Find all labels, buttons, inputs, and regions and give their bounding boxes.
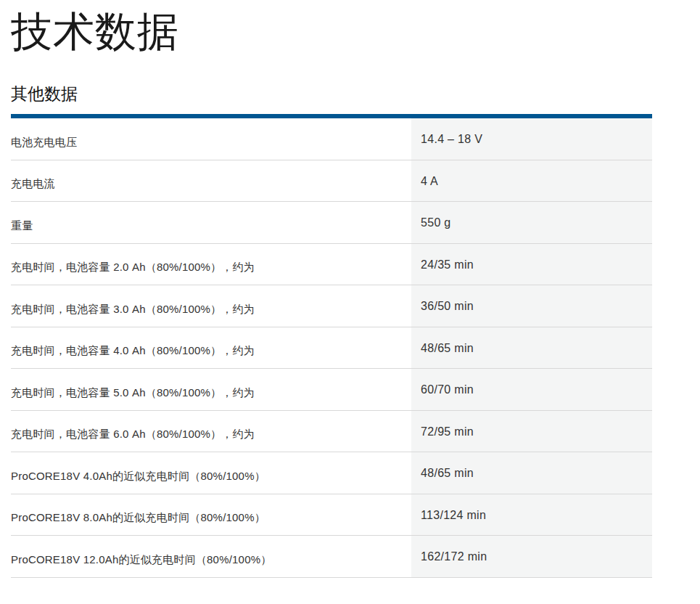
table-row: ProCORE18V 4.0Ah的近似充电时间（80%/100%） 48/65 … bbox=[11, 452, 652, 494]
spec-value: 60/70 min bbox=[421, 383, 474, 396]
spec-label: 充电时间，电池容量 4.0 Ah（80%/100%），约为 bbox=[11, 344, 255, 358]
spec-label-cell: 充电时间，电池容量 4.0 Ah（80%/100%），约为 bbox=[11, 327, 411, 369]
table-row: 充电时间，电池容量 6.0 Ah（80%/100%），约为 72/95 min bbox=[11, 411, 652, 453]
spec-value: 550 g bbox=[421, 216, 451, 229]
spec-label-cell: 充电时间，电池容量 5.0 Ah（80%/100%），约为 bbox=[11, 369, 411, 410]
spec-label-cell: ProCORE18V 12.0Ah的近似充电时间（80%/100%） bbox=[11, 536, 411, 577]
spec-label: 电池充电电压 bbox=[11, 136, 77, 150]
spec-value: 14.4 – 18 V bbox=[421, 133, 482, 145]
spec-label: 充电时间，电池容量 5.0 Ah（80%/100%），约为 bbox=[11, 386, 255, 400]
spec-value: 36/50 min bbox=[421, 300, 474, 312]
table-row: 充电时间，电池容量 3.0 Ah（80%/100%），约为 36/50 min bbox=[11, 285, 652, 327]
spec-label: 充电时间，电池容量 2.0 Ah（80%/100%），约为 bbox=[11, 261, 255, 274]
table-row: 重量 550 g bbox=[11, 202, 652, 244]
spec-value-cell: 550 g bbox=[411, 202, 652, 243]
spec-label-cell: 充电电流 bbox=[11, 160, 411, 202]
table-row: ProCORE18V 8.0Ah的近似充电时间（80%/100%） 113/12… bbox=[11, 494, 652, 536]
table-row: 电池充电电压 14.4 – 18 V bbox=[11, 118, 652, 160]
spec-label-cell: 电池充电电压 bbox=[11, 118, 411, 160]
spec-value-cell: 48/65 min bbox=[411, 452, 652, 494]
spec-value-cell: 36/50 min bbox=[411, 285, 652, 327]
spec-label-cell: 充电时间，电池容量 3.0 Ah（80%/100%），约为 bbox=[11, 285, 411, 327]
spec-value: 48/65 min bbox=[421, 467, 474, 479]
spec-label: 充电电流 bbox=[11, 177, 55, 191]
table-row: 充电时间，电池容量 5.0 Ah（80%/100%），约为 60/70 min bbox=[11, 369, 652, 411]
spec-value-cell: 14.4 – 18 V bbox=[411, 118, 652, 160]
spec-value-cell: 48/65 min bbox=[411, 327, 652, 369]
spec-value: 48/65 min bbox=[421, 342, 474, 354]
spec-value: 24/35 min bbox=[421, 258, 474, 271]
spec-value: 113/124 min bbox=[421, 509, 486, 521]
spec-value-cell: 72/95 min bbox=[411, 411, 652, 452]
table-row: 充电时间，电池容量 2.0 Ah（80%/100%），约为 24/35 min bbox=[11, 244, 652, 286]
section-title-other-data: 其他数据 bbox=[11, 83, 652, 105]
spec-value: 162/172 min bbox=[421, 550, 487, 563]
technical-data-page: 技术数据 其他数据 电池充电电压 14.4 – 18 V 充电电流 4 A 重量… bbox=[0, 0, 652, 578]
spec-label-cell: 充电时间，电池容量 2.0 Ah（80%/100%），约为 bbox=[11, 244, 411, 285]
spec-label: ProCORE18V 8.0Ah的近似充电时间（80%/100%） bbox=[11, 511, 265, 525]
spec-label: 充电时间，电池容量 3.0 Ah（80%/100%），约为 bbox=[11, 303, 255, 317]
spec-value-cell: 113/124 min bbox=[411, 494, 652, 536]
spec-label-cell: ProCORE18V 4.0Ah的近似充电时间（80%/100%） bbox=[11, 452, 411, 494]
spec-value-cell: 24/35 min bbox=[411, 244, 652, 285]
spec-label-cell: ProCORE18V 8.0Ah的近似充电时间（80%/100%） bbox=[11, 494, 411, 536]
spec-label: ProCORE18V 4.0Ah的近似充电时间（80%/100%） bbox=[11, 470, 265, 483]
spec-label: ProCORE18V 12.0Ah的近似充电时间（80%/100%） bbox=[11, 553, 271, 567]
table-row: ProCORE18V 12.0Ah的近似充电时间（80%/100%） 162/1… bbox=[11, 536, 652, 578]
spec-value-cell: 60/70 min bbox=[411, 369, 652, 410]
spec-label-cell: 重量 bbox=[11, 202, 411, 243]
spec-value: 72/95 min bbox=[421, 425, 474, 438]
spec-label-cell: 充电时间，电池容量 6.0 Ah（80%/100%），约为 bbox=[11, 411, 411, 452]
table-row: 充电电流 4 A bbox=[11, 160, 652, 203]
spec-value: 4 A bbox=[421, 175, 438, 187]
spec-table: 电池充电电压 14.4 – 18 V 充电电流 4 A 重量 550 g 充电时… bbox=[11, 118, 652, 578]
page-title: 技术数据 bbox=[11, 6, 652, 57]
spec-value-cell: 4 A bbox=[411, 160, 652, 202]
spec-label: 充电时间，电池容量 6.0 Ah（80%/100%），约为 bbox=[11, 428, 255, 441]
table-row: 充电时间，电池容量 4.0 Ah（80%/100%），约为 48/65 min bbox=[11, 327, 652, 370]
spec-label: 重量 bbox=[11, 219, 33, 233]
spec-value-cell: 162/172 min bbox=[411, 536, 652, 577]
